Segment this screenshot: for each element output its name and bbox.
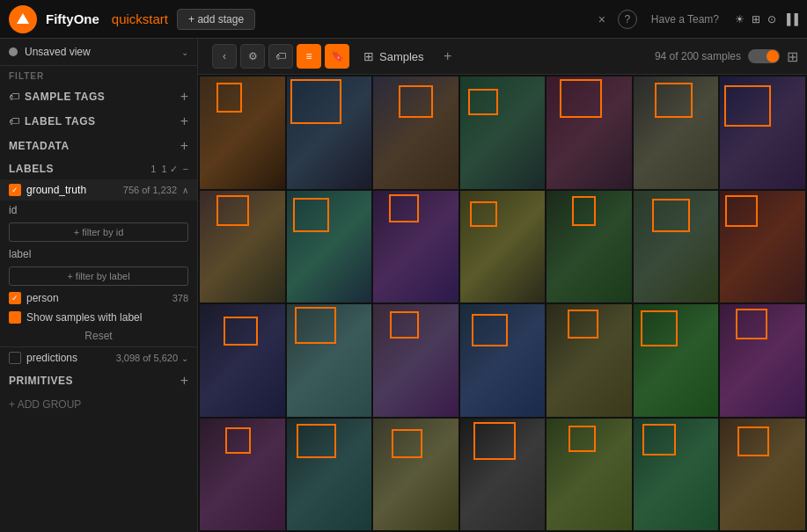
ground-truth-row[interactable]: ✓ ground_truth 756 of 1,232 ∧	[0, 179, 197, 200]
labels-check[interactable]: 1 ✓	[161, 164, 177, 175]
filter-by-id-button[interactable]: + filter by id	[9, 222, 188, 242]
labels-minus[interactable]: −	[183, 164, 188, 174]
help-icon[interactable]: ?	[618, 10, 637, 29]
toggle-thumb	[767, 50, 779, 62]
view-controls: ‹ ⚙ 🏷 ≡ 🔖	[212, 44, 349, 69]
metadata-row[interactable]: METADATA +	[0, 134, 197, 158]
sample-count-area: 94 of 200 samples ⊞	[655, 48, 798, 65]
labels-header: LABELS 1 1 ✓ −	[0, 158, 197, 179]
image-cell[interactable]	[720, 419, 805, 531]
image-cell[interactable]	[200, 419, 285, 531]
add-tab-button[interactable]: +	[438, 47, 458, 66]
labels-count[interactable]: 1	[150, 164, 156, 174]
add-primitives-button[interactable]: +	[180, 373, 188, 389]
prev-button[interactable]: ‹	[212, 44, 237, 69]
image-cell[interactable]	[287, 191, 372, 303]
bounding-box	[224, 317, 258, 346]
filter-by-label-button[interactable]: + filter by label	[9, 266, 188, 286]
toggle-track[interactable]	[748, 49, 780, 63]
dot-indicator	[9, 47, 18, 56]
image-cell[interactable]	[200, 191, 285, 303]
samples-tab-label: Samples	[379, 50, 424, 63]
image-cell[interactable]	[634, 77, 719, 189]
app-logo	[9, 5, 37, 33]
add-group-row[interactable]: + ADD GROUP	[0, 393, 197, 416]
image-cell[interactable]	[720, 304, 805, 417]
image-cell[interactable]	[460, 304, 546, 417]
image-cell[interactable]	[460, 77, 546, 189]
close-icon[interactable]: ×	[598, 12, 605, 26]
primitives-row[interactable]: PRIMITIVES +	[0, 368, 197, 393]
person-count: 378	[172, 293, 188, 303]
image-cell[interactable]	[287, 304, 372, 417]
reset-button[interactable]: Reset	[84, 330, 112, 342]
image-cell[interactable]	[634, 419, 719, 531]
bounding-box	[297, 424, 335, 458]
bounding-box	[216, 195, 249, 226]
image-cell[interactable]	[373, 77, 459, 189]
add-label-tag-button[interactable]: +	[180, 113, 188, 129]
content-toolbar: ‹ ⚙ 🏷 ≡ 🔖 ⊞ Samples + 94 of 200 samples …	[198, 39, 807, 75]
bounding-box	[225, 427, 251, 454]
settings-button[interactable]: ⚙	[240, 44, 265, 69]
bounding-box	[470, 201, 497, 228]
image-cell[interactable]	[287, 77, 372, 189]
image-cell[interactable]	[460, 419, 546, 531]
label-row: label	[0, 244, 197, 264]
predictions-count: 3,098 of 5,620	[116, 353, 178, 363]
image-cell[interactable]	[287, 419, 372, 531]
bounding-box	[652, 199, 689, 232]
label-field-label: label	[9, 248, 31, 260]
image-cell[interactable]	[547, 77, 632, 189]
primitives-label: PRIMITIVES	[9, 375, 180, 387]
image-cell[interactable]	[200, 77, 285, 189]
image-cell[interactable]	[720, 77, 805, 189]
samples-tab[interactable]: ⊞ Samples	[355, 46, 433, 67]
toggle-container[interactable]	[748, 49, 780, 63]
bounding-box	[560, 79, 602, 118]
ground-truth-checkbox[interactable]: ✓	[9, 184, 21, 196]
bounding-box	[390, 311, 419, 339]
bounding-box	[399, 85, 433, 118]
show-samples-row[interactable]: Show samples with label	[0, 308, 197, 325]
grid-view-button[interactable]: ⊞	[787, 48, 798, 65]
grid-icon[interactable]: ⊞	[752, 13, 760, 26]
image-cell[interactable]	[460, 191, 546, 303]
image-cell[interactable]	[634, 191, 719, 303]
predictions-checkbox[interactable]	[9, 352, 21, 364]
sun-icon[interactable]: ☀	[735, 13, 745, 26]
tag-button[interactable]: 🏷	[268, 44, 293, 69]
image-cell[interactable]	[547, 419, 632, 531]
unsaved-view-selector[interactable]: Unsaved view ⌄	[0, 39, 197, 66]
filter-active-button[interactable]: ≡	[297, 44, 321, 69]
image-cell[interactable]	[634, 304, 719, 417]
image-cell[interactable]	[200, 304, 285, 417]
id-row: id	[0, 200, 197, 220]
sample-tags-row[interactable]: 🏷 SAMPLE TAGS +	[0, 84, 197, 109]
image-cell[interactable]	[720, 191, 805, 303]
image-cell[interactable]	[373, 419, 459, 531]
sidebar: Unsaved view ⌄ FILTER 🏷 SAMPLE TAGS + 🏷 …	[0, 39, 198, 532]
add-metadata-button[interactable]: +	[180, 138, 188, 154]
image-cell[interactable]	[373, 191, 459, 303]
filter-section-label: FILTER	[0, 66, 197, 84]
github-icon[interactable]: ⊙	[767, 13, 776, 26]
image-cell[interactable]	[373, 304, 459, 417]
chevron-up-icon[interactable]: ∧	[182, 186, 188, 195]
add-stage-button[interactable]: + add stage	[177, 9, 255, 30]
add-sample-tag-button[interactable]: +	[180, 89, 188, 105]
image-cell[interactable]	[547, 191, 632, 303]
menu-icon[interactable]: ▐▐	[783, 13, 798, 26]
bounding-box	[641, 310, 678, 346]
person-row[interactable]: ✓ person 378	[0, 288, 197, 308]
bookmark-button[interactable]: 🔖	[325, 44, 349, 69]
bounding-box	[295, 307, 335, 344]
label-tags-row[interactable]: 🏷 LABEL TAGS +	[0, 109, 197, 134]
header-icons: ☀ ⊞ ⊙ ▐▐	[735, 13, 798, 26]
predictions-chevron-icon[interactable]: ⌄	[181, 353, 188, 363]
image-cell[interactable]	[547, 304, 632, 417]
predictions-row[interactable]: predictions 3,098 of 5,620 ⌄	[0, 346, 197, 368]
person-checkbox[interactable]: ✓	[9, 292, 21, 304]
metadata-label: METADATA	[9, 140, 180, 152]
add-group-label: + ADD GROUP	[9, 398, 81, 411]
